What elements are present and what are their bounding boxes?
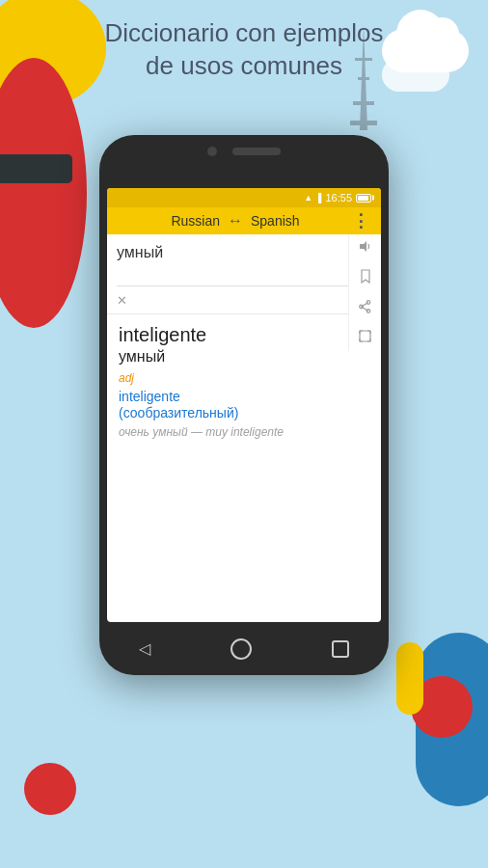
share-icon[interactable] [359, 300, 371, 316]
svg-rect-4 [350, 121, 377, 125]
status-time: 16:55 [325, 192, 352, 203]
search-row-1: умный [117, 242, 371, 262]
definition-parens: (сообразительный) [119, 405, 238, 420]
clear-button[interactable]: ✕ [117, 293, 127, 308]
target-language: Spanish [251, 213, 300, 229]
phone-screen: ▲ ▐ 16:55 Russian ↔ Spanish ⋮ [107, 188, 381, 622]
original-word: умный [119, 348, 342, 366]
status-icons: ▲ ▐ [304, 193, 321, 203]
app-content: ▲ ▐ 16:55 Russian ↔ Spanish ⋮ [107, 188, 381, 622]
search-section: умный [107, 234, 381, 314]
signal-icon: ▐ [315, 193, 321, 203]
result-speaker-icon[interactable] [359, 240, 372, 256]
search-divider [117, 285, 371, 286]
red-figure-decoration [0, 58, 87, 328]
svg-rect-9 [396, 642, 423, 715]
svg-rect-23 [360, 331, 370, 341]
phone-speaker-grille [232, 148, 281, 155]
phone-camera [207, 147, 217, 156]
bookmark-icon[interactable] [360, 269, 371, 286]
nav-recent-button[interactable] [332, 640, 349, 658]
app-toolbar: ▲ ▐ 16:55 Russian ↔ Spanish ⋮ [107, 188, 381, 234]
yellow-shape-decoration [392, 642, 428, 719]
definition-link[interactable]: inteligente [119, 389, 342, 404]
search-row-2: ✕ [117, 292, 371, 308]
phone-device: ▲ ▐ 16:55 Russian ↔ Spanish ⋮ [99, 135, 389, 675]
phone-nav-bar: ◁ [99, 622, 389, 675]
status-bar: ▲ ▐ 16:55 [107, 188, 381, 207]
svg-line-21 [362, 303, 369, 308]
svg-rect-3 [353, 101, 374, 105]
nav-home-button[interactable] [230, 638, 252, 660]
more-options-button[interactable]: ⋮ [352, 210, 369, 231]
language-selector[interactable]: Russian ↔ Spanish [119, 212, 352, 230]
red-dot-decoration [24, 763, 77, 820]
wifi-icon: ▲ [304, 193, 312, 203]
svg-marker-17 [360, 241, 366, 252]
svg-point-5 [0, 58, 87, 328]
right-action-icons [348, 234, 381, 351]
search-input[interactable]: умный [117, 244, 359, 261]
nav-back-button[interactable]: ◁ [139, 639, 150, 658]
svg-line-22 [362, 307, 369, 312]
page-title: Diccionario con ejemplos de usos comunes [0, 17, 488, 83]
source-language: Russian [171, 213, 220, 229]
example-sentence: очень умный — muy inteligente [119, 425, 342, 439]
svg-rect-6 [0, 154, 72, 183]
part-of-speech: adj [119, 371, 342, 385]
expand-icon[interactable] [359, 330, 371, 345]
battery-icon [356, 194, 371, 203]
svg-point-10 [24, 763, 76, 815]
result-area: inteligente умный adj inteligente (сообр… [107, 314, 381, 448]
translation-word: inteligente [119, 324, 342, 346]
speaker-row [117, 266, 371, 282]
language-swap-icon[interactable]: ↔ [228, 212, 243, 230]
phone-top-bar [99, 147, 389, 156]
